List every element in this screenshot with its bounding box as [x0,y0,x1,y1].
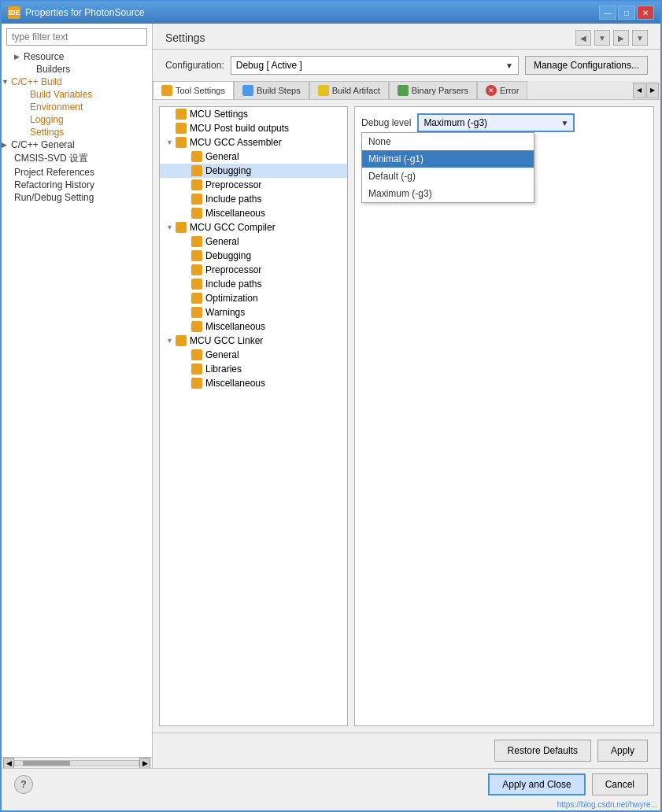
sidebar-item-build-variables[interactable]: Build Variables [2,88,152,101]
debug-option-minimal[interactable]: Minimal (-g1) [362,150,534,168]
tree-mcu-settings[interactable]: MCU Settings [160,107,347,121]
panel-body: MCU Settings MCU Post build outputs ▼ MC… [153,100,660,733]
app-icon: IDE [8,6,20,19]
settings-title: Settings [165,31,205,44]
tree-linker-libraries[interactable]: Libraries [160,362,347,376]
tree-assembler-debugging[interactable]: Debugging [160,164,347,178]
tab-tool-settings[interactable]: Tool Settings [153,81,234,100]
sidebar-item-builders[interactable]: Builders [2,63,152,76]
icon-assembler-include [191,194,202,205]
sidebar-item-general[interactable]: ▶ C/C++ General [2,138,152,151]
sidebar-item-refactoring[interactable]: Refactoring History [2,179,152,191]
tree-compiler-warnings[interactable]: Warnings [160,305,347,319]
icon-assembler-preprocessor [191,179,202,190]
label-compiler-include: Include paths [205,279,261,290]
sidebar-item-project-references[interactable]: Project References [2,166,152,179]
tree-compiler-optimization[interactable]: Optimization [160,291,347,305]
debug-dropdown-arrow: ▼ [560,119,568,127]
sidebar-scrollbar-h[interactable]: ◀ ▶ [2,757,152,768]
tab-error[interactable]: ✕ Error [477,81,527,99]
tree-gcc-linker[interactable]: ▼ MCU GCC Linker [160,334,347,348]
tree-compiler-misc[interactable]: Miscellaneous [160,319,347,334]
apply-close-btn[interactable]: Apply and Close [488,773,585,795]
tree-compiler-preprocessor[interactable]: Preprocessor [160,263,347,277]
nav-dropdown[interactable]: ▼ [632,30,648,46]
manage-config-btn[interactable]: Manage Configurations... [525,56,648,75]
sidebar-item-logging[interactable]: Logging [2,113,152,126]
debug-option-maximum[interactable]: Maximum (-g3) [362,185,534,202]
apply-btn[interactable]: Apply [597,740,648,762]
label-linker-libraries: Libraries [205,364,242,375]
minimize-button[interactable]: — [599,6,616,20]
nav-back[interactable]: ◀ [575,30,591,46]
label-compiler-misc: Miscellaneous [205,321,265,332]
scroll-thumb-h [23,761,70,766]
settings-header: Settings ◀ ▼ ▶ ▼ [153,24,660,50]
restore-defaults-btn[interactable]: Restore Defaults [494,740,591,762]
close-button[interactable]: ✕ [637,6,654,20]
label-assembler-debugging: Debugging [205,165,251,176]
icon-assembler-misc [191,208,202,219]
arrow-gcc-assembler: ▼ [166,138,176,146]
icon-mcu-post [176,123,187,134]
tree-assembler-preprocessor[interactable]: Preprocessor [160,178,347,192]
sidebar-item-settings[interactable]: Settings [2,126,152,138]
sidebar-item-resource[interactable]: ▶ Resource [2,50,152,63]
help-button[interactable]: ? [14,775,33,794]
tab-scroll-left[interactable]: ◀ [633,83,645,98]
icon-assembler-debugging [191,165,202,176]
bottom-bar: Restore Defaults Apply [153,733,660,768]
icon-linker-misc [191,378,202,389]
label-assembler-misc: Miscellaneous [205,208,265,219]
tab-scroll-right[interactable]: ▶ [646,83,659,98]
tree-assembler-general[interactable]: General [160,149,347,164]
label-gcc-assembler: MCU GCC Assembler [190,137,282,148]
sidebar-item-environment[interactable]: Environment [2,101,152,113]
filter-input[interactable] [6,28,147,46]
maximize-button[interactable]: □ [618,6,635,20]
debug-option-default[interactable]: Default (-g) [362,168,534,185]
tree-gcc-assembler[interactable]: ▼ MCU GCC Assembler [160,135,347,149]
cancel-btn[interactable]: Cancel [592,773,648,795]
footer-bar: ? Apply and Close Cancel [2,768,660,800]
tab-build-steps[interactable]: Build Steps [234,81,309,99]
tree-compiler-general[interactable]: General [160,234,347,249]
debug-level-label: Debug level [361,117,411,128]
debug-option-none[interactable]: None [362,133,534,150]
settings-nav: ◀ ▼ ▶ ▼ [575,30,648,46]
debug-level-value: Maximum (-g3) [423,117,487,128]
config-dropdown[interactable]: Debug [ Active ] ▼ [231,56,519,75]
tree-assembler-misc[interactable]: Miscellaneous [160,206,347,220]
label-mcu-post: MCU Post build outputs [190,123,289,134]
tree-compiler-include[interactable]: Include paths [160,277,347,291]
debug-level-dropdown[interactable]: Maximum (-g3) ▼ [417,113,575,132]
tree-linker-misc[interactable]: Miscellaneous [160,376,347,390]
nav-down[interactable]: ▼ [594,30,610,46]
tree-assembler-include[interactable]: Include paths [160,192,347,206]
url-bar: https://blog.csdn.net/hwyre... [2,800,660,810]
tree-mcu-post-build[interactable]: MCU Post build outputs [160,121,347,135]
sidebar: ▶ Resource Builders ▼ C/C++ Build [2,24,153,768]
tree-linker-general[interactable]: General [160,348,347,362]
scroll-left-btn[interactable]: ◀ [3,758,14,769]
tree-compiler-debugging[interactable]: Debugging [160,249,347,263]
title-bar: IDE Properties for PhotonSource — □ ✕ [2,2,660,24]
right-panel: Settings ◀ ▼ ▶ ▼ Configuration: Debug [ … [153,24,660,768]
label-assembler-preprocessor: Preprocessor [205,179,261,190]
config-dropdown-arrow: ▼ [505,61,513,70]
sidebar-item-rundebug[interactable]: Run/Debug Setting [2,191,152,204]
scroll-right-btn[interactable]: ▶ [139,758,150,769]
icon-compiler-general [191,236,202,247]
tree-gcc-compiler[interactable]: ▼ MCU GCC Compiler [160,220,347,234]
sidebar-item-cmsis[interactable]: CMSIS-SVD 设置 [2,151,152,166]
arrow-mcu-settings [166,110,176,118]
arrow-general: ▶ [2,141,11,149]
arrow-builders [27,65,36,73]
tab-error-icon: ✕ [486,85,497,96]
tab-build-artifact[interactable]: Build Artifact [309,81,389,99]
tab-binary-parsers[interactable]: Binary Parsers [389,81,477,99]
nav-forward[interactable]: ▶ [613,30,629,46]
title-bar-left: IDE Properties for PhotonSource [8,6,144,19]
sidebar-item-build[interactable]: ▼ C/C++ Build [2,76,152,88]
footer-right: Apply and Close Cancel [488,773,648,795]
